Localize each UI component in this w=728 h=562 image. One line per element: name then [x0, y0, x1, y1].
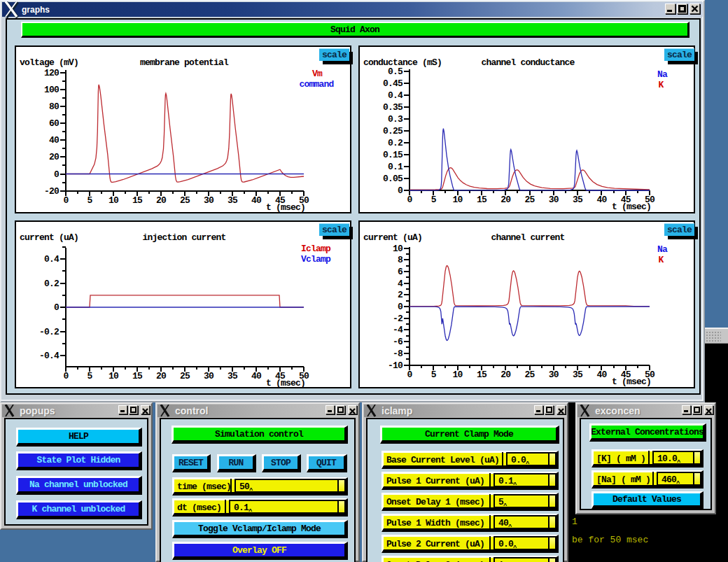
svg-text:-10: -10 — [388, 360, 403, 371]
svg-text:35: 35 — [227, 371, 238, 381]
svg-text:membrane potential: membrane potential — [140, 57, 229, 68]
svg-text:command: command — [299, 79, 333, 90]
svg-text:4: 4 — [398, 279, 403, 289]
svg-text:-8: -8 — [393, 349, 403, 359]
svg-text:20: 20 — [49, 152, 59, 162]
svg-text:8: 8 — [398, 255, 403, 265]
svg-text:0: 0 — [407, 370, 412, 380]
svg-text:t (msec): t (msec) — [266, 202, 305, 213]
svg-text:35: 35 — [573, 370, 583, 380]
svg-text:15: 15 — [477, 195, 487, 205]
svg-text:t (msec): t (msec) — [612, 202, 651, 212]
svg-text:40: 40 — [251, 371, 262, 381]
svg-text:0.4: 0.4 — [44, 254, 59, 265]
svg-text:40: 40 — [49, 135, 59, 146]
svg-text:channel current: channel current — [491, 232, 564, 243]
svg-text:t (msec): t (msec) — [612, 377, 651, 387]
svg-text:80: 80 — [49, 101, 59, 112]
svg-text:60: 60 — [49, 118, 59, 129]
svg-text:Na: Na — [657, 69, 668, 80]
svg-text:100: 100 — [44, 85, 59, 95]
svg-text:0: 0 — [407, 195, 412, 205]
svg-text:current (uA): current (uA) — [20, 232, 78, 243]
svg-text:25: 25 — [524, 195, 535, 205]
svg-text:30: 30 — [204, 195, 214, 206]
svg-text:30: 30 — [204, 371, 214, 381]
svg-text:0.05: 0.05 — [383, 174, 403, 184]
svg-text:10: 10 — [393, 244, 403, 254]
svg-text:40: 40 — [251, 195, 262, 206]
svg-text:10: 10 — [453, 195, 463, 205]
svg-text:40: 40 — [596, 370, 607, 380]
svg-text:15: 15 — [132, 371, 143, 381]
svg-text:10: 10 — [108, 371, 119, 381]
svg-text:0: 0 — [398, 185, 403, 196]
svg-text:Na: Na — [657, 244, 668, 255]
svg-text:0: 0 — [54, 169, 59, 180]
svg-text:120: 120 — [44, 68, 59, 78]
svg-text:25: 25 — [524, 370, 535, 380]
svg-text:30: 30 — [549, 195, 559, 205]
svg-text:30: 30 — [549, 370, 559, 380]
svg-text:K: K — [658, 80, 664, 90]
svg-text:0.2: 0.2 — [44, 279, 59, 289]
svg-text:6: 6 — [398, 267, 403, 277]
svg-text:0.3: 0.3 — [388, 114, 403, 125]
svg-text:20: 20 — [156, 371, 167, 381]
svg-text:t (msec): t (msec) — [266, 378, 305, 388]
svg-text:10: 10 — [453, 370, 463, 380]
svg-text:35: 35 — [573, 195, 583, 205]
svg-text:20: 20 — [156, 195, 167, 206]
svg-text:0: 0 — [63, 371, 69, 381]
svg-text:-2: -2 — [393, 314, 403, 324]
svg-text:voltage (mV): voltage (mV) — [20, 57, 78, 68]
svg-text:-20: -20 — [44, 186, 59, 197]
svg-text:K: K — [658, 255, 664, 265]
svg-text:0.35: 0.35 — [383, 102, 403, 113]
svg-text:40: 40 — [596, 195, 607, 205]
svg-text:0.45: 0.45 — [383, 78, 403, 89]
svg-text:0: 0 — [398, 302, 403, 312]
svg-text:5: 5 — [431, 195, 437, 205]
svg-text:0: 0 — [54, 302, 59, 313]
svg-text:0.25: 0.25 — [383, 126, 403, 136]
svg-text:0.1: 0.1 — [388, 162, 403, 172]
svg-text:10: 10 — [108, 195, 119, 206]
svg-text:-0.4: -0.4 — [39, 351, 59, 361]
svg-text:25: 25 — [180, 195, 190, 206]
svg-text:0: 0 — [63, 195, 69, 206]
svg-text:-4: -4 — [393, 325, 403, 335]
svg-text:Vclamp: Vclamp — [301, 254, 331, 265]
svg-text:Vm: Vm — [312, 69, 323, 79]
svg-text:20: 20 — [500, 370, 511, 380]
svg-text:channel conductance: channel conductance — [481, 57, 575, 68]
svg-text:35: 35 — [227, 195, 238, 206]
svg-text:20: 20 — [500, 195, 511, 205]
svg-text:conductance (mS): conductance (mS) — [363, 57, 442, 68]
svg-text:5: 5 — [87, 195, 92, 206]
svg-text:Iclamp: Iclamp — [301, 244, 331, 254]
svg-text:15: 15 — [477, 370, 487, 380]
svg-text:0.15: 0.15 — [383, 150, 403, 160]
svg-text:0.2: 0.2 — [388, 138, 403, 148]
svg-text:0.4: 0.4 — [388, 90, 403, 101]
svg-text:0.5: 0.5 — [388, 66, 403, 77]
svg-text:-6: -6 — [393, 337, 403, 347]
svg-text:current (uA): current (uA) — [363, 232, 422, 243]
svg-text:15: 15 — [132, 195, 143, 206]
svg-text:2: 2 — [398, 290, 403, 300]
svg-text:-0.2: -0.2 — [39, 327, 59, 337]
svg-text:25: 25 — [180, 371, 190, 381]
svg-text:5: 5 — [87, 371, 92, 381]
svg-text:injection current: injection current — [142, 232, 225, 243]
svg-text:5: 5 — [431, 370, 437, 380]
